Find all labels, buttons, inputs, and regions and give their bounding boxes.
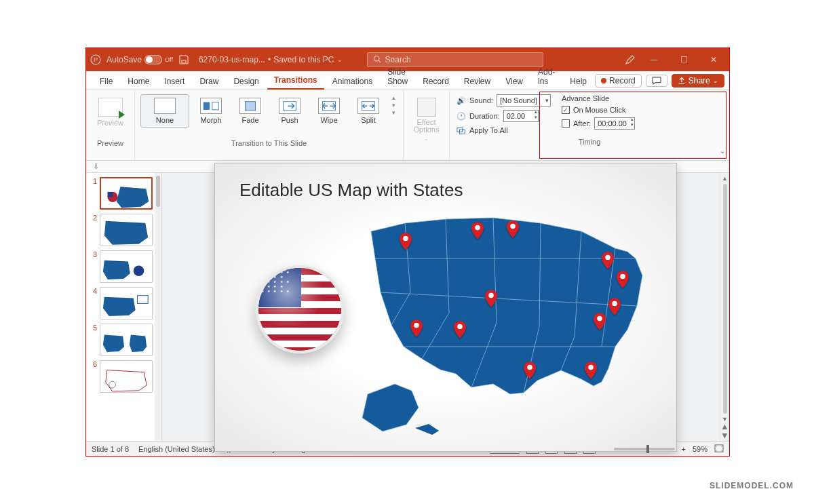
tab-insert[interactable]: Insert: [157, 73, 191, 90]
svg-point-3: [374, 56, 379, 61]
thumbnail-4[interactable]: 4: [90, 287, 160, 319]
group-label-preview: Preview: [92, 136, 129, 150]
search-icon: [373, 55, 381, 65]
tab-draw[interactable]: Draw: [193, 73, 225, 90]
fit-to-window-button[interactable]: [714, 444, 724, 454]
workspace: 1 2 3 4 5: [86, 173, 729, 441]
save-icon[interactable]: [178, 54, 189, 65]
preview-button[interactable]: Preview: [93, 94, 128, 130]
tab-record[interactable]: Record: [416, 73, 456, 90]
transition-none[interactable]: None: [140, 94, 189, 128]
thumbnails-scrollbar[interactable]: [155, 173, 161, 441]
slide-counter[interactable]: Slide 1 of 8: [92, 445, 129, 453]
us-flag-sphere: ★ ★ ★ ★ ★★ ★ ★ ★★ ★ ★ ★ ★★ ★ ★ ★★ ★ ★ ★ …: [256, 265, 344, 353]
transition-push[interactable]: Push: [272, 94, 307, 128]
duration-spinner[interactable]: 02.00: [503, 110, 539, 122]
zoom-slider[interactable]: [614, 448, 675, 450]
thumbnail-3[interactable]: 3: [90, 250, 160, 283]
qat-overflow-icon[interactable]: ⇩: [93, 162, 99, 171]
tab-view[interactable]: View: [499, 73, 530, 90]
map-pin: [485, 290, 497, 307]
map-pin: [617, 271, 629, 288]
autosave-toggle[interactable]: AutoSave Off: [106, 55, 173, 64]
tab-review[interactable]: Review: [457, 73, 497, 90]
svg-text:P: P: [94, 56, 98, 63]
language-status[interactable]: English (United States): [138, 445, 215, 453]
svg-line-4: [379, 60, 381, 62]
powerpoint-window: P AutoSave Off 6270-03-us-map... • Saved…: [86, 48, 729, 456]
checkbox-unchecked-icon: [562, 119, 570, 128]
map-pin: [602, 252, 614, 269]
close-button[interactable]: ✕: [702, 48, 725, 71]
tab-design[interactable]: Design: [227, 73, 265, 90]
document-title[interactable]: 6270-03-us-map... • Saved to this PC ⌄: [199, 55, 343, 64]
sound-label: Sound:: [469, 96, 493, 104]
scroll-up-icon: ▲: [722, 174, 728, 182]
tab-slide-show[interactable]: Slide Show: [381, 63, 414, 90]
map-pin: [524, 362, 536, 379]
thumbnail-1[interactable]: 1: [90, 177, 160, 210]
effect-options-icon: [417, 98, 436, 117]
zoom-level[interactable]: 59%: [693, 445, 708, 453]
tab-add-ins[interactable]: Add-ins: [531, 63, 562, 90]
on-mouse-click-checkbox[interactable]: ✓ On Mouse Click: [562, 106, 635, 114]
map-pin: [400, 233, 412, 250]
share-button[interactable]: Share ⌄: [672, 74, 724, 88]
svg-rect-15: [107, 192, 113, 197]
transition-wipe[interactable]: Wipe: [311, 94, 347, 128]
sound-combo[interactable]: [No Sound]: [497, 94, 551, 106]
chevron-down-icon: ⌄: [424, 136, 429, 142]
sound-icon: 🔊: [457, 96, 466, 105]
next-slide-icon[interactable]: ⯆: [722, 431, 728, 440]
record-button[interactable]: Record: [595, 74, 642, 88]
apply-all-icon: [457, 125, 466, 135]
autosave-state: Off: [165, 56, 173, 63]
slide-title: Editable US Map with States: [239, 180, 463, 201]
autosave-label: AutoSave: [106, 55, 142, 64]
thumbnails-pane: 1 2 3 4 5: [86, 173, 162, 441]
transition-morph[interactable]: Morph: [193, 94, 229, 128]
maximize-button[interactable]: ☐: [672, 48, 695, 71]
tab-home[interactable]: Home: [121, 73, 156, 90]
map-pin: [585, 362, 597, 379]
tab-file[interactable]: File: [93, 73, 119, 90]
thumbnail-6[interactable]: 6: [90, 360, 160, 393]
after-checkbox[interactable]: After: 00:00.00: [562, 117, 635, 130]
clock-icon: 🕐: [457, 111, 466, 121]
pencil-icon[interactable]: [625, 54, 636, 65]
chevron-down-icon: ⌄: [713, 77, 718, 84]
svg-rect-17: [138, 295, 149, 303]
svg-point-16: [134, 265, 144, 276]
effect-options-button[interactable]: Effect Options ⌄: [409, 94, 444, 145]
fade-icon: [239, 98, 261, 114]
watermark: SLIDEMODEL.COM: [710, 481, 794, 490]
scroll-down-icon: ▼: [722, 415, 728, 423]
ribbon-tabs: File Home Insert Draw Design Transitions…: [86, 71, 729, 90]
transition-fade[interactable]: Fade: [233, 94, 268, 128]
toggle-switch-icon: [144, 55, 162, 64]
svg-rect-2: [182, 60, 186, 63]
svg-rect-5: [204, 102, 210, 110]
gallery-more-icon[interactable]: ▴▾▾: [390, 94, 398, 116]
advance-slide-label: Advance Slide: [562, 94, 635, 102]
minimize-button[interactable]: ─: [642, 48, 665, 71]
tab-help[interactable]: Help: [563, 73, 594, 90]
app-icon: P: [90, 54, 101, 65]
tab-animations[interactable]: Animations: [326, 73, 379, 90]
zoom-in-button[interactable]: +: [682, 445, 686, 453]
prev-slide-icon[interactable]: ⯅: [722, 423, 728, 431]
map-pin: [608, 298, 621, 315]
svg-rect-7: [246, 102, 256, 111]
map-pin: [410, 319, 423, 337]
slide[interactable]: Editable US Map with States ★ ★ ★ ★ ★★ ★…: [215, 163, 676, 451]
transition-split[interactable]: Split: [351, 94, 386, 128]
apply-to-all-button[interactable]: Apply To All: [457, 125, 551, 135]
tab-transitions[interactable]: Transitions: [267, 71, 324, 90]
comments-button[interactable]: [646, 75, 667, 87]
svg-rect-6: [212, 102, 218, 110]
after-spinner[interactable]: 00:00.00: [594, 117, 635, 130]
canvas-scrollbar[interactable]: ▲ ▼ ⯅ ⯆: [720, 173, 729, 441]
thumbnail-5[interactable]: 5: [90, 324, 160, 356]
thumbnail-2[interactable]: 2: [90, 214, 160, 246]
collapse-ribbon-icon[interactable]: ⌄: [720, 147, 725, 155]
